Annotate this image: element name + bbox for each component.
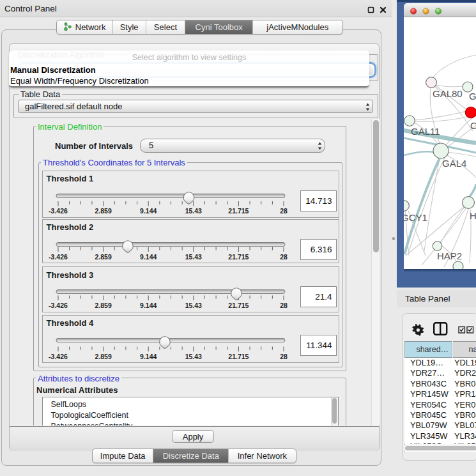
svg-text:GCY1: GCY1	[404, 212, 427, 223]
svg-text:GAL4: GAL4	[442, 158, 466, 169]
svg-text:C: C	[470, 120, 476, 131]
svg-text:HAP2: HAP2	[437, 250, 462, 261]
svg-text:GAL80: GAL80	[433, 88, 463, 99]
svg-text:GAL11: GAL11	[411, 126, 440, 137]
svg-text:H: H	[470, 210, 476, 221]
svg-text:GA: GA	[469, 91, 476, 102]
